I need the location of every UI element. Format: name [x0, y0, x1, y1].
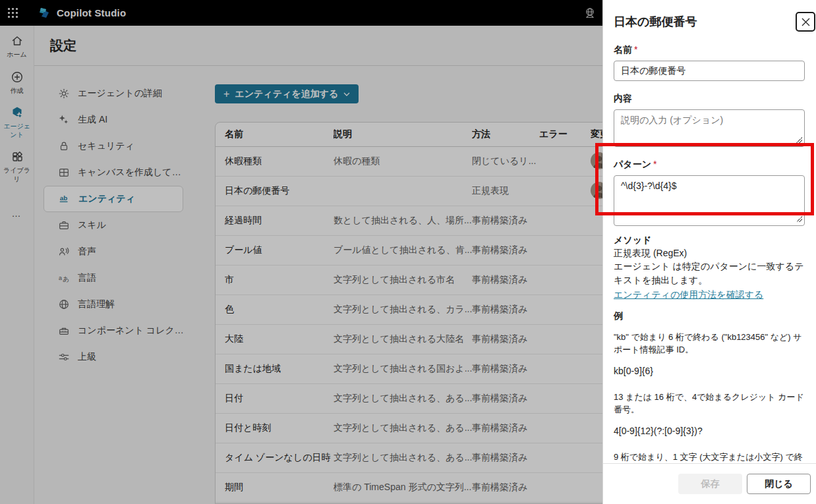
description-textarea[interactable] — [614, 109, 805, 147]
table-row[interactable]: 日本の郵便番号 正規表現 — [216, 177, 636, 206]
cell-method: 事前構築済み — [472, 333, 539, 345]
close-icon — [801, 18, 810, 26]
table-row[interactable]: 期間 標準の TimeSpan 形式の文字列... 事前構築済み — [216, 473, 636, 503]
nav-item-label: エージェントの詳細 — [78, 88, 162, 99]
example-description: "kb" で始まり 6 桁で終わる ("kb123456" など) サポート情報… — [614, 331, 805, 356]
page-title: 設定 — [50, 37, 76, 55]
table-row[interactable]: ブール値 ブール値として抽出される、肯... 事前構築済み — [216, 236, 636, 266]
cell-description: 休暇の種類 — [334, 155, 472, 167]
cell-name: 色 — [225, 304, 334, 316]
label-text: 名前 — [614, 44, 632, 55]
cell-name: 休暇種類 — [225, 155, 334, 167]
nav-item-security[interactable]: セキュリティ — [34, 133, 215, 159]
table-row[interactable]: 国または地域 文字列として抽出される国およ... 事前構築済み — [216, 354, 636, 384]
nav-item-language-understanding[interactable]: 言語理解 — [34, 291, 215, 318]
waffle-grid-glyph — [7, 7, 18, 18]
rail-more-icon[interactable]: … — [12, 208, 22, 219]
nav-item-skills[interactable]: スキル — [34, 212, 215, 238]
rail-item-label: エージェント — [0, 123, 34, 139]
table-row[interactable]: 色 文字列として抽出される、カラ... 事前構築済み — [216, 295, 636, 325]
add-entity-button[interactable]: + エンティティを追加する — [215, 84, 359, 103]
method-description: エージェント は特定のパターンに一致するテキストを抽出します。 — [614, 260, 805, 287]
cell-method: 事前構築済み — [472, 304, 539, 316]
cell-method: 事前構築済み — [472, 363, 539, 375]
table-row[interactable]: 市 文字列として抽出される市名 事前構築済み — [216, 266, 636, 295]
cell-method: 正規表現 — [472, 185, 539, 197]
nav-item-language[interactable]: a あ 言語 — [34, 265, 215, 291]
table-row[interactable]: 日付 文字列として抽出される、ある... 事前構築済み — [216, 384, 636, 414]
rail-item-agents[interactable]: エージェント — [0, 105, 34, 139]
nav-item-label: 言語 — [78, 272, 96, 284]
nav-item-label: エンティティ — [78, 193, 135, 205]
cell-name: 日付と時刻 — [225, 422, 334, 434]
cell-method: 閉じているリ... — [472, 155, 539, 167]
nav-item-voice[interactable]: 音声 — [34, 238, 215, 265]
close-button[interactable]: 閉じる — [747, 474, 811, 494]
cell-method: 事前構築済み — [472, 422, 539, 434]
table-row[interactable]: 大陸 文字列として抽出される大陸名 事前構築済み — [216, 325, 636, 354]
description-field-label: 内容 — [614, 93, 805, 105]
nav-item-canvas[interactable]: キャンバスを作成して… — [34, 159, 215, 186]
cell-name: 市 — [225, 274, 334, 286]
table-row[interactable]: 日付と時刻 文字列として抽出される、ある... 事前構築済み — [216, 414, 636, 443]
app-title: Copilot Studio — [57, 7, 126, 18]
settings-nav: エージェントの詳細 生成 AI セキュリティ — [34, 66, 215, 504]
entities-content: + エンティティを追加する 名前 説明 方法 エラー 変更 休暇種類 休暇の種類… — [215, 66, 637, 504]
page-header: 設定 — [34, 26, 602, 66]
label-text: パターン — [614, 159, 651, 169]
cell-name: 日付 — [225, 393, 334, 405]
column-header-error[interactable]: エラー — [539, 128, 591, 140]
web-globe-icon[interactable] — [583, 7, 597, 20]
table-header-row: 名前 説明 方法 エラー 変更 — [216, 123, 636, 147]
app-brand[interactable]: Copilot Studio — [37, 7, 126, 20]
column-header-name[interactable]: 名前 — [225, 128, 334, 140]
plus-icon: + — [223, 89, 229, 99]
save-button[interactable]: 保存 — [678, 474, 742, 494]
cell-description: 文字列として抽出される、ある... — [334, 422, 472, 434]
name-input[interactable] — [614, 61, 805, 81]
library-icon — [11, 150, 24, 164]
nav-item-generative-ai[interactable]: 生成 AI — [34, 107, 215, 133]
nav-item-label: キャンバスを作成して… — [78, 167, 181, 179]
nav-item-component-collections[interactable]: コンポーネント コレク… — [34, 318, 215, 344]
cell-description: 数として抽出される、人、場所... — [334, 215, 472, 227]
cell-name: 日本の郵便番号 — [225, 185, 334, 197]
cell-description: ブール値として抽出される、肯... — [334, 244, 472, 256]
nav-item-label: スキル — [78, 219, 106, 231]
nav-item-advanced[interactable]: 上級 — [34, 344, 215, 370]
nav-item-entities[interactable]: ab エンティティ — [44, 186, 183, 212]
rail-item-library[interactable]: ライブラリ — [0, 150, 34, 183]
required-asterisk: * — [634, 44, 637, 55]
example-pattern: kb[0-9]{6} — [614, 366, 805, 376]
pattern-textarea[interactable]: ^\d{3}-?\d{4}$ — [614, 175, 805, 226]
table-row[interactable]: 休暇種類 休暇の種類 閉じているリ... — [216, 147, 636, 177]
column-header-description[interactable]: 説明 — [334, 128, 472, 140]
column-header-method[interactable]: 方法 — [472, 128, 539, 140]
waffle-menu-icon[interactable] — [0, 0, 25, 26]
copilot-studio-logo-icon — [37, 7, 50, 20]
rail-item-label: ライブラリ — [0, 167, 34, 183]
create-plus-icon — [11, 70, 24, 84]
home-icon — [11, 34, 24, 48]
nav-item-agent-details[interactable]: エージェントの詳細 — [34, 80, 215, 107]
pattern-field-label: パターン* — [614, 159, 805, 171]
close-panel-button[interactable] — [796, 12, 815, 32]
briefcase-icon — [58, 219, 70, 231]
table-row[interactable]: 経過時間 数として抽出される、人、場所... 事前構築済み — [216, 206, 636, 236]
description-textarea-wrap — [614, 109, 805, 147]
example-description: 9 桁で始まり、1 文字 (大文字または小文字) で終わる ("10045678… — [614, 451, 805, 463]
panel-title: 日本の郵便番号 — [614, 14, 697, 30]
cell-description: 標準の TimeSpan 形式の文字列... — [334, 482, 472, 493]
sparkle-icon — [58, 114, 70, 126]
cell-name: ブール値 — [225, 244, 334, 256]
chevron-down-icon — [343, 92, 350, 96]
cell-description: 文字列として抽出される国およ... — [334, 363, 472, 375]
cell-method: 事前構築済み — [472, 215, 539, 227]
nav-item-label: セキュリティ — [78, 140, 134, 152]
rail-item-create[interactable]: 作成 — [0, 70, 34, 96]
entity-usage-link[interactable]: エンティティの使用方法を確認する — [614, 289, 763, 301]
cell-description: 文字列として抽出される、ある... — [334, 452, 472, 464]
svg-text:ab: ab — [60, 194, 68, 202]
table-row[interactable]: タイム ゾーンなしの日時 文字列として抽出される、ある... 事前構築済み — [216, 443, 636, 473]
rail-item-home[interactable]: ホーム — [0, 34, 34, 59]
